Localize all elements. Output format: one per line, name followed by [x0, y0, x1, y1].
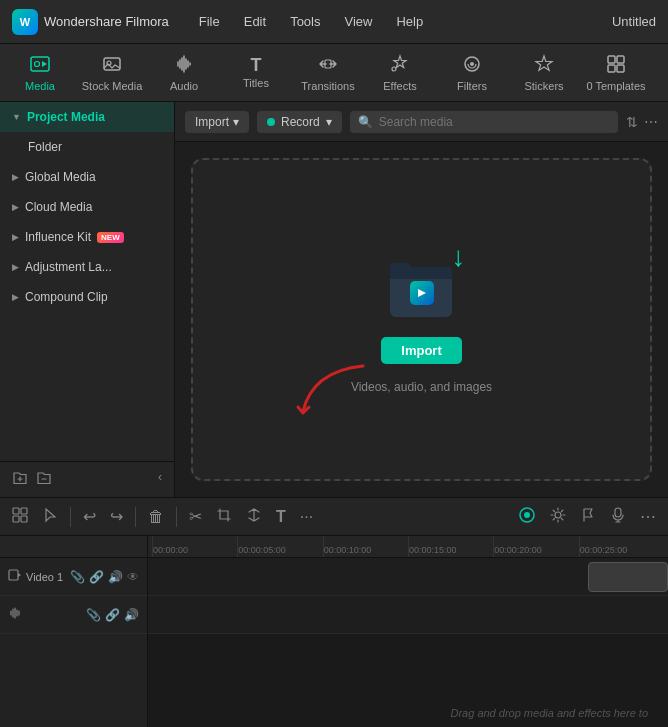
- toolbar-media[interactable]: Media: [4, 48, 76, 98]
- drop-zone-illustration: ↓: [382, 245, 462, 321]
- project-media-chevron: ▼: [12, 112, 21, 122]
- search-icon: 🔍: [358, 115, 373, 129]
- drop-zone-import-button[interactable]: Import: [381, 337, 461, 364]
- motion-icon[interactable]: [514, 502, 540, 532]
- more-timeline-icon[interactable]: ···: [296, 504, 317, 530]
- arrow-indicator: [293, 361, 373, 424]
- sidebar: ▼ Project Media Folder ▶ Global Media ▶ …: [0, 102, 175, 497]
- menu-edit[interactable]: Edit: [234, 10, 276, 33]
- audio-mute-icon[interactable]: 🔊: [124, 608, 139, 622]
- timeline-more-icon[interactable]: ⋯: [636, 503, 660, 530]
- video-track-header: Video 1 📎 🔗 🔊 👁: [0, 558, 147, 596]
- timeline-cursor-icon[interactable]: [38, 503, 62, 531]
- sidebar-item-cloud-media[interactable]: ▶ Cloud Media: [0, 192, 174, 222]
- undo-icon[interactable]: ↩: [79, 503, 100, 530]
- toolbar-stock-label: Stock Media: [82, 80, 143, 92]
- sidebar-item-compound-clip[interactable]: ▶ Compound Clip: [0, 282, 174, 312]
- record-label: Record: [281, 115, 320, 129]
- sidebar-collapse-icon[interactable]: ‹: [158, 470, 162, 489]
- redo-icon[interactable]: ↪: [106, 503, 127, 530]
- toolbar-audio-label: Audio: [170, 80, 198, 92]
- sidebar-item-adjustment[interactable]: ▶ Adjustment La...: [0, 252, 174, 282]
- compound-clip-chevron: ▶: [12, 292, 19, 302]
- toolbar-transitions[interactable]: Transitions: [292, 48, 364, 98]
- svg-rect-14: [13, 508, 19, 514]
- clip-block: [588, 562, 668, 592]
- audio-link-icon[interactable]: 🔗: [105, 608, 120, 622]
- app-logo: W Wondershare Filmora: [12, 9, 169, 35]
- search-input[interactable]: [379, 115, 610, 129]
- menu-view[interactable]: View: [334, 10, 382, 33]
- ruler-mark-4: 00:00:20:00: [493, 536, 578, 557]
- video-link-icon[interactable]: 🔗: [89, 570, 104, 584]
- title-bar: W Wondershare Filmora File Edit Tools Vi…: [0, 0, 668, 44]
- toolbar-titles[interactable]: T Titles: [220, 48, 292, 98]
- crop-icon[interactable]: [212, 503, 236, 531]
- menu-help[interactable]: Help: [386, 10, 433, 33]
- sidebar-item-folder[interactable]: Folder: [0, 132, 174, 162]
- content-toolbar: Import ▾ Record ▾ 🔍 ⇅ ⋯: [175, 102, 668, 142]
- timeline-area: ↩ ↪ 🗑 ✂ T ···: [0, 497, 668, 727]
- logo-icon: W: [12, 9, 38, 35]
- add-folder-icon[interactable]: [12, 470, 28, 489]
- svg-point-1: [35, 61, 40, 66]
- audio-track-content[interactable]: [148, 596, 668, 634]
- svg-point-20: [555, 512, 561, 518]
- folder-svg: [382, 251, 462, 321]
- toolbar-filters-label: Filters: [457, 80, 487, 92]
- filters-icon: [462, 54, 482, 77]
- sidebar-item-project-media[interactable]: ▼ Project Media: [0, 102, 174, 132]
- toolbar-stickers-label: Stickers: [524, 80, 563, 92]
- video-eye-icon[interactable]: 👁: [127, 570, 139, 584]
- sidebar-item-influence-kit[interactable]: ▶ Influence Kit NEW: [0, 222, 174, 252]
- delete-icon[interactable]: 🗑: [144, 504, 168, 530]
- menu-file[interactable]: File: [189, 10, 230, 33]
- sidebar-project-media-label: Project Media: [27, 110, 105, 124]
- video-track-content[interactable]: [148, 558, 668, 596]
- svg-point-5: [392, 67, 396, 71]
- tl-separator-3: [176, 507, 177, 527]
- menu-tools[interactable]: Tools: [280, 10, 330, 33]
- media-icon: [30, 54, 50, 77]
- toolbar-audio[interactable]: Audio: [148, 48, 220, 98]
- toolbar-stock-media[interactable]: Stock Media: [76, 48, 148, 98]
- sidebar-influence-kit-label: Influence Kit: [25, 230, 91, 244]
- import-label: Import: [195, 115, 229, 129]
- ruler-mark-1: 00:00:05:00: [237, 536, 322, 557]
- remove-folder-icon[interactable]: [36, 470, 52, 489]
- import-chevron-icon: ▾: [233, 115, 239, 129]
- flag-icon[interactable]: [576, 503, 600, 531]
- sidebar-adjustment-label: Adjustment La...: [25, 260, 112, 274]
- sidebar-item-global-media[interactable]: ▶ Global Media: [0, 162, 174, 192]
- import-button[interactable]: Import ▾: [185, 111, 249, 133]
- more-options-icon[interactable]: ⋯: [644, 114, 658, 130]
- video-audio-icon[interactable]: 🔊: [108, 570, 123, 584]
- toolbar-templates[interactable]: 0 Templates: [580, 48, 652, 98]
- split-icon[interactable]: [242, 503, 266, 531]
- toolbar-templates-label: 0 Templates: [586, 80, 645, 92]
- record-chevron-icon: ▾: [326, 115, 332, 129]
- svg-rect-11: [617, 65, 624, 72]
- toolbar-effects[interactable]: Effects: [364, 48, 436, 98]
- record-button[interactable]: Record ▾: [257, 111, 342, 133]
- toolbar-stickers[interactable]: Stickers: [508, 48, 580, 98]
- sort-icon[interactable]: ⇅: [626, 114, 638, 130]
- text-timeline-icon[interactable]: T: [272, 504, 290, 530]
- audio-track-icon: [8, 606, 22, 623]
- ruler-spacer: [0, 536, 147, 558]
- cut-icon[interactable]: ✂: [185, 503, 206, 530]
- timeline-main: Video 1 📎 🔗 🔊 👁 📎 🔗 🔊: [0, 536, 668, 727]
- transitions-icon: [318, 54, 338, 77]
- microphone-icon[interactable]: [606, 503, 630, 531]
- audio-track-header: 📎 🔗 🔊: [0, 596, 147, 634]
- timeline-grid-icon[interactable]: [8, 503, 32, 531]
- svg-rect-10: [608, 65, 615, 72]
- tl-separator-2: [135, 507, 136, 527]
- timeline-tracks-left: Video 1 📎 🔗 🔊 👁 📎 🔗 🔊: [0, 536, 148, 727]
- audio-clip-icon[interactable]: 📎: [86, 608, 101, 622]
- toolbar-media-label: Media: [25, 80, 55, 92]
- toolbar-filters[interactable]: Filters: [436, 48, 508, 98]
- timeline-settings-icon[interactable]: [546, 503, 570, 531]
- video-clip-icon[interactable]: 📎: [70, 570, 85, 584]
- app-name: Wondershare Filmora: [44, 14, 169, 29]
